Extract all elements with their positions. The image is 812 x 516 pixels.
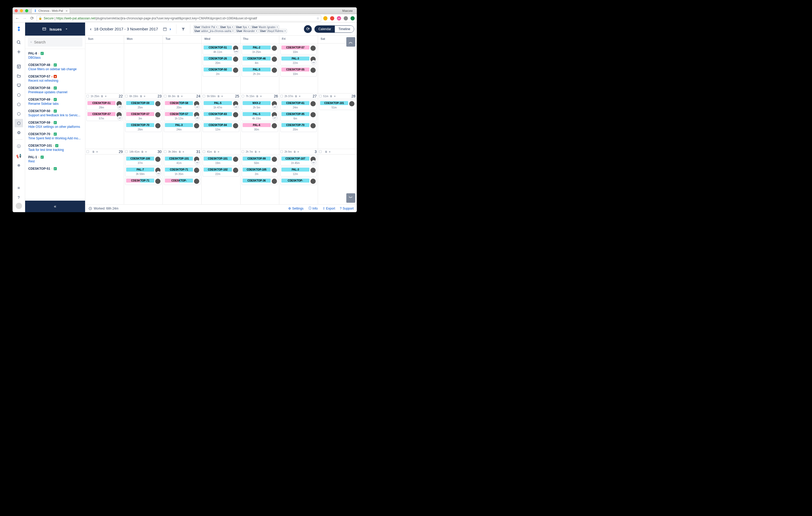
board-icon[interactable] [14, 62, 23, 71]
checkbox[interactable] [203, 151, 205, 153]
worklog-card[interactable]: CDESKTOP-956m [280, 111, 317, 121]
list-icon[interactable]: ≡ [260, 95, 262, 98]
remove-tag-icon[interactable]: × [232, 25, 233, 29]
checkbox[interactable] [319, 95, 322, 98]
worklog-card[interactable]: CDESKTOP-5710m [280, 45, 317, 54]
prev-button[interactable]: ‹ [90, 27, 91, 31]
file-icon[interactable]: 🗎 [140, 95, 142, 98]
search-input[interactable] [28, 38, 83, 47]
issue-item[interactable]: CDESKTOP-48↑✓Close filters on sidebar ta… [25, 61, 85, 73]
browser-tab[interactable]: Chronos - Web-Pal × [31, 8, 70, 13]
support-link[interactable]: ? Support [340, 206, 354, 211]
worklog-card[interactable]: CDESKTOP-36 [242, 178, 278, 185]
refresh-button[interactable]: ⟳ [304, 25, 312, 33]
worklog-card[interactable]: CDESKTOP-7026m [125, 122, 162, 132]
checkbox[interactable] [164, 95, 167, 98]
worklog-card[interactable]: CDESKTOP-8412m [203, 122, 239, 132]
ext-icon[interactable] [323, 16, 327, 21]
add-icon[interactable] [14, 48, 23, 56]
list-icon[interactable]: ≡ [298, 151, 299, 153]
file-icon[interactable]: 🗎 [255, 151, 257, 153]
settings-link[interactable]: ⚙ Settings [288, 206, 303, 211]
worklog-card[interactable]: CDESKTOP-10222m [203, 167, 239, 176]
issue-item[interactable]: CDESKTOP-58↑✓Prerelease updates channel [25, 85, 85, 96]
file-icon[interactable]: 🗎 [293, 151, 296, 153]
gear-icon[interactable]: ⬡ [14, 119, 23, 127]
sidebar-header[interactable]: Issues [25, 23, 85, 36]
issue-item[interactable]: CDESKTOP-50↑✓Support and feedback link t… [25, 108, 85, 119]
checkbox[interactable] [280, 95, 283, 98]
close-circle-icon[interactable]: ⊗ [14, 161, 23, 169]
worklog-card[interactable]: CDESKTOP-2620m [203, 56, 239, 65]
list-icon[interactable]: ≡ [144, 95, 146, 98]
maximize-window-button[interactable] [25, 9, 28, 12]
worklog-card[interactable]: CDESKTOP-71 [125, 178, 162, 185]
worklog-card[interactable]: PAL-324m [164, 122, 200, 132]
file-icon[interactable]: 🗎 [217, 95, 220, 98]
monitor-icon[interactable] [14, 81, 23, 89]
gear-icon[interactable]: ⬡ [14, 91, 23, 99]
remove-tag-icon[interactable]: × [248, 25, 249, 29]
checkbox[interactable] [280, 151, 283, 153]
worklog-card[interactable]: CDESKTOP-8328m [203, 111, 239, 121]
forward-button[interactable]: → [22, 16, 27, 21]
worklog-card[interactable]: CDESKTOP-571h 12mx5 [164, 111, 200, 121]
info-icon[interactable]: ⓘ [14, 142, 23, 151]
megaphone-icon[interactable]: 📢 [14, 152, 23, 160]
collapse-sidebar-button[interactable]: « [25, 201, 85, 212]
user-filter-tag[interactable]: User addon_jira-chronos-sasha × [194, 29, 235, 33]
issue-item[interactable]: CDESKTOP-57»■Recent not refreshing [25, 73, 85, 85]
menu-icon[interactable]: ≡ [14, 184, 23, 192]
file-icon[interactable]: 🗎 [325, 151, 327, 153]
list-icon[interactable]: ≡ [259, 151, 260, 153]
remove-tag-icon[interactable]: × [216, 25, 218, 29]
user-filter-tag[interactable]: User Alexander × [236, 29, 258, 33]
user-filter-tag[interactable]: User Maxim Ignatev × [251, 25, 279, 29]
help-icon[interactable]: ? [14, 193, 23, 202]
calendar-view-button[interactable]: Calendar [315, 26, 335, 32]
checkbox[interactable] [242, 95, 244, 98]
star-icon[interactable]: ☆ [317, 17, 319, 20]
scroll-down-button[interactable]: ︾ [346, 193, 355, 203]
ext-icon[interactable] [330, 16, 334, 21]
search-icon[interactable] [14, 38, 23, 47]
worklog-card[interactable]: CDESKTOP-5820mx2 [164, 100, 200, 110]
worklog-card[interactable]: CDESKTOP-1071h 45mx2 [280, 156, 317, 166]
worklog-card[interactable]: PAL-52h 2m [242, 66, 278, 77]
worklog-card[interactable]: PAL-630m [242, 122, 278, 132]
checkbox[interactable] [86, 151, 89, 153]
worklog-card[interactable]: CDESKTOP-5925m [125, 100, 162, 110]
list-icon[interactable]: ≡ [145, 151, 147, 153]
jira-logo-icon[interactable] [14, 25, 23, 33]
worklog-card[interactable]: MXX-22h 5mx2 [242, 100, 278, 110]
worklog-card[interactable]: CDESKTOP-7020m [280, 122, 317, 132]
worklog-card[interactable]: CDESKTOP-514h 11mx26 [203, 45, 239, 54]
file-icon[interactable]: 🗎 [141, 151, 144, 153]
issue-item[interactable]: CDESKTOP-101↑✓Task for test time trackin… [25, 142, 85, 154]
checkbox[interactable] [125, 95, 128, 98]
worklog-card[interactable]: CDESKTOP-6124m [280, 100, 317, 110]
user-filter-tag[interactable]: User Ilya × [219, 25, 234, 29]
worklog-card[interactable]: CDESKTOP-10141mx2 [164, 156, 200, 166]
worklog-card[interactable]: CDESKTOP-10037m [125, 156, 162, 166]
gear-icon[interactable]: ⬡ [14, 109, 23, 118]
worklog-card[interactable]: PAL-73h 59mx3 [125, 167, 162, 176]
remove-tag-icon[interactable]: × [277, 25, 278, 29]
file-icon[interactable]: 🗎 [92, 151, 95, 153]
worklog-card[interactable]: CDESKTOP-711h 35m [164, 167, 200, 176]
worklog-card[interactable]: CDESKTOP-10151m [319, 100, 355, 110]
timeline-view-button[interactable]: Timeline [335, 26, 354, 32]
user-filter-tag[interactable]: User Ilya × [235, 25, 250, 29]
list-icon[interactable]: ≡ [299, 95, 300, 98]
user-filter-tag[interactable]: User Vladimir Pal × [194, 25, 218, 29]
export-link[interactable]: ⇪ Export [322, 206, 335, 211]
worklog-card[interactable]: CDESKTOP-5128mx2 [86, 100, 123, 110]
list-icon[interactable]: ≡ [222, 95, 223, 98]
file-icon[interactable]: 🗎 [101, 95, 104, 98]
issue-item[interactable]: PAL-1↑✓Rest [25, 154, 85, 165]
worklog-card[interactable]: PAL-21h 25m [242, 45, 278, 54]
issue-item[interactable]: CDESKTOP-70↑✓Time Spent field in Worklog… [25, 131, 85, 142]
ext-icon[interactable] [344, 16, 348, 21]
file-icon[interactable]: 🗎 [295, 95, 297, 98]
info-link[interactable]: ⓘ Info [308, 206, 318, 211]
